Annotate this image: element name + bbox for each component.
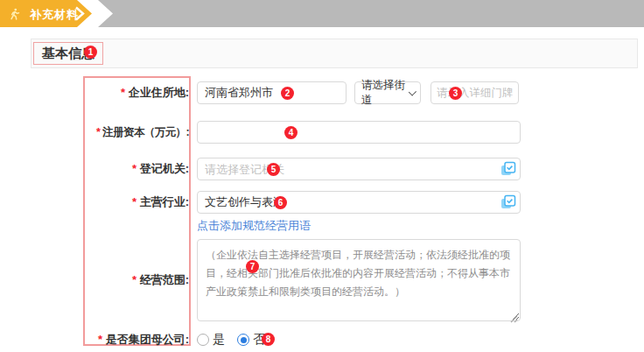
- step-chevron-icon: [74, 5, 86, 25]
- capital-label: 注册资本（万元）:: [83, 121, 189, 144]
- address-label: 企业住所地:: [83, 81, 189, 104]
- authority-label: 登记机关:: [83, 158, 189, 180]
- group-parent-label: 是否集团母公司:: [83, 331, 189, 348]
- annotation-badge-1: 1: [84, 46, 97, 59]
- annotation-badge-6: 6: [274, 196, 287, 209]
- authority-input[interactable]: [197, 158, 521, 180]
- step-bar: 补充材料: [0, 0, 644, 27]
- radio-circle: [237, 334, 249, 346]
- industry-input[interactable]: [197, 191, 521, 214]
- scope-textarea[interactable]: （企业依法自主选择经营项目，开展经营活动；依法须经批准的项目，经相关部门批准后依…: [197, 239, 521, 321]
- group-parent-radio-group: 是 否: [197, 331, 265, 348]
- industry-picker-icon[interactable]: [500, 194, 516, 210]
- chevron-down-icon: [409, 88, 416, 95]
- street-select[interactable]: 请选择街道: [354, 81, 421, 104]
- authority-picker-icon[interactable]: [500, 161, 516, 177]
- radio-circle: [197, 334, 209, 346]
- street-select-value: 请选择街道: [361, 78, 409, 108]
- step-bar-track: [0, 0, 644, 27]
- section-header: 基本信息: [31, 39, 638, 68]
- page: 补充材料 基本信息 1 企业住所地: 2 请选择街道 3 注册资本（万元）: 4…: [0, 0, 644, 352]
- capital-input[interactable]: [197, 121, 521, 144]
- scope-label: 经营范围:: [83, 269, 189, 292]
- industry-label: 主营行业:: [83, 191, 189, 214]
- radio-label-yes: 是: [213, 332, 225, 348]
- radio-option-yes[interactable]: 是: [197, 332, 225, 348]
- add-standard-terms-link[interactable]: 点击添加规范经营用语: [197, 218, 311, 234]
- annotation-badge-5: 5: [267, 163, 280, 176]
- annotation-badge-7: 7: [246, 260, 259, 273]
- annotation-badge-8: 8: [262, 333, 275, 346]
- address-detail-input[interactable]: [430, 81, 519, 104]
- annotation-badge-4: 4: [284, 126, 298, 139]
- annotation-badge-3: 3: [449, 87, 462, 100]
- annotation-badge-2: 2: [281, 87, 294, 100]
- step-label: 补充材料: [30, 7, 79, 23]
- address-input[interactable]: [197, 81, 346, 104]
- runner-icon: [8, 7, 21, 25]
